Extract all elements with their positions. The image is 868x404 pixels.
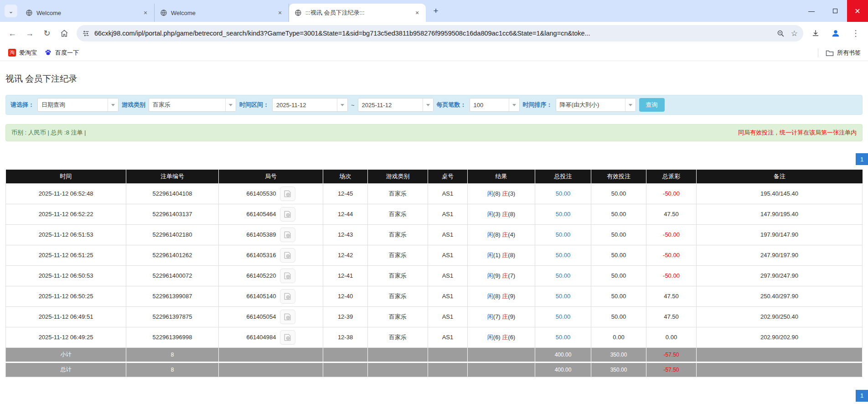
video-replay-button[interactable] [280, 330, 295, 345]
chevron-down-icon[interactable] [509, 98, 519, 111]
browser-tab-2[interactable]: Welcome× [155, 4, 289, 22]
video-replay-icon [283, 210, 292, 219]
date-to-input[interactable]: 2025-11-12 [358, 98, 434, 112]
cell-table-no: AS1 [428, 265, 468, 286]
downloads-icon[interactable] [808, 26, 823, 41]
video-replay-button[interactable] [280, 228, 295, 242]
cell-remark: 202.90/250.40 [697, 306, 863, 327]
pagination-page-1-top[interactable]: 1 [856, 153, 868, 165]
cell-game: 百家乐 [368, 183, 428, 204]
tab-close-icon[interactable]: × [276, 9, 284, 17]
game-type-select[interactable]: 百家乐 [149, 98, 236, 112]
column-header: 时间 [6, 170, 126, 183]
cell-total-bet[interactable]: 50.00 [535, 183, 591, 204]
foot-total-bet: 400.00 [535, 362, 591, 377]
video-replay-button[interactable] [280, 289, 295, 304]
all-bookmarks-button[interactable]: 所有书签 [823, 47, 863, 59]
cell-total-bet[interactable]: 50.00 [535, 327, 591, 347]
bookmarks-separator [818, 48, 818, 57]
cell-total-bet[interactable]: 50.00 [535, 204, 591, 224]
video-replay-button[interactable] [280, 310, 295, 324]
video-replay-icon [283, 312, 292, 321]
address-bar[interactable]: 66cxkj98.com/ipl/portal.php/game/betreco… [77, 25, 803, 41]
chevron-down-icon[interactable] [423, 98, 433, 111]
cell-game: 百家乐 [368, 224, 428, 245]
video-replay-button[interactable] [280, 248, 295, 263]
cell-session: 12-41 [323, 265, 368, 286]
sort-select[interactable]: 降幂(由大到小) [556, 98, 636, 112]
cell-session: 12-42 [323, 245, 368, 265]
window-controls: — ✕ [800, 0, 868, 22]
browser-tab-1[interactable]: Welcome× [20, 4, 155, 22]
cell-remark: 297.90/247.90 [697, 265, 863, 286]
menu-kebab-icon[interactable]: ⋮ [848, 26, 863, 41]
cell-round: 661405054 [219, 306, 323, 327]
query-type-value: 日期查询 [38, 98, 108, 111]
table-row: 2025-11-12 06:49:25522961396998661404984… [6, 327, 863, 347]
video-replay-icon [283, 271, 292, 280]
foot-label: 总计 [6, 362, 126, 377]
cell-valid-bet: 50.00 [591, 224, 646, 245]
cell-total-bet[interactable]: 50.00 [535, 265, 591, 286]
bet-records-table: 时间注单编号局号场次游戏类别桌号结果总投注有效投注总派彩备注 2025-11-1… [5, 170, 863, 377]
pagination-page-1-bottom[interactable]: 1 [856, 390, 868, 402]
maximize-button[interactable] [823, 0, 847, 22]
cell-payout: 47.50 [646, 204, 697, 224]
cell-result: 闲(7) 庄(9) [468, 306, 535, 327]
chevron-down-icon[interactable] [108, 98, 118, 111]
bookmark-baidu[interactable]: 百度一下 [41, 47, 83, 59]
tab-close-icon[interactable]: × [141, 9, 150, 17]
cell-bet-id: 522961402180 [126, 224, 219, 245]
cell-time: 2025-11-12 06:52:22 [6, 204, 126, 224]
table-row: 2025-11-12 06:50:25522961399087661405140… [6, 286, 863, 306]
cell-total-bet[interactable]: 50.00 [535, 306, 591, 327]
sort-label: 时间排序： [523, 101, 553, 109]
reload-icon[interactable]: ↻ [39, 26, 55, 41]
cell-bet-id: 522961397875 [126, 306, 219, 327]
tab-close-icon[interactable]: × [413, 9, 421, 17]
cell-session: 12-44 [323, 204, 368, 224]
new-tab-button[interactable]: + [429, 5, 442, 17]
foot-payout: -57.50 [646, 347, 697, 362]
table-row: 2025-11-12 06:52:22522961403137661405464… [6, 204, 863, 224]
all-bookmarks-label: 所有书签 [837, 49, 861, 57]
cell-result: 闲(8) 庄(3) [468, 183, 535, 204]
cell-table-no: AS1 [428, 204, 468, 224]
forward-icon[interactable]: → [22, 26, 37, 41]
cell-remark: 197.90/147.90 [697, 224, 863, 245]
cell-table-no: AS1 [428, 245, 468, 265]
video-replay-button[interactable] [280, 186, 295, 201]
chevron-down-icon[interactable] [625, 98, 636, 111]
site-info-icon[interactable] [82, 30, 90, 37]
query-type-select[interactable]: 日期查询 [37, 98, 119, 112]
profile-avatar-icon[interactable] [828, 26, 843, 41]
url-text[interactable]: 66cxkj98.com/ipl/portal.php/game/betreco… [94, 30, 772, 37]
chevron-down-icon[interactable] [225, 98, 236, 111]
search-button[interactable]: 查询 [639, 98, 665, 112]
cell-total-bet[interactable]: 50.00 [535, 224, 591, 245]
currency-summary: 币别 : 人民币 | 总共 :8 注单 | [11, 129, 86, 137]
chevron-down-icon[interactable] [337, 98, 347, 111]
page-size-value: 100 [470, 98, 509, 111]
cell-total-bet[interactable]: 50.00 [535, 245, 591, 265]
cell-payout: -50.00 [646, 224, 697, 245]
bookmark-star-icon[interactable]: ☆ [791, 29, 798, 38]
cell-valid-bet: 50.00 [591, 245, 646, 265]
bookmark-aitaobao[interactable]: 淘 爱淘宝 [5, 47, 41, 59]
globe-icon [26, 9, 33, 16]
cell-total-bet[interactable]: 50.00 [535, 286, 591, 306]
cell-result: 闲(8) 庄(4) [468, 224, 535, 245]
zoom-icon[interactable] [777, 30, 785, 37]
back-icon[interactable]: ← [5, 26, 20, 41]
minimize-button[interactable]: — [800, 0, 823, 22]
home-icon[interactable] [57, 26, 72, 41]
browser-tab-3[interactable]: :::视讯 会员下注纪录:::× [289, 4, 426, 22]
page-size-select[interactable]: 100 [470, 98, 520, 112]
close-button[interactable]: ✕ [847, 0, 868, 22]
tab-search-chevron-icon[interactable]: ⌄ [5, 5, 17, 17]
column-header: 总派彩 [646, 170, 697, 183]
video-replay-button[interactable] [280, 207, 295, 222]
video-replay-button[interactable] [280, 269, 295, 283]
date-from-input[interactable]: 2025-11-12 [272, 98, 348, 112]
tab-title: Welcome [36, 10, 139, 16]
